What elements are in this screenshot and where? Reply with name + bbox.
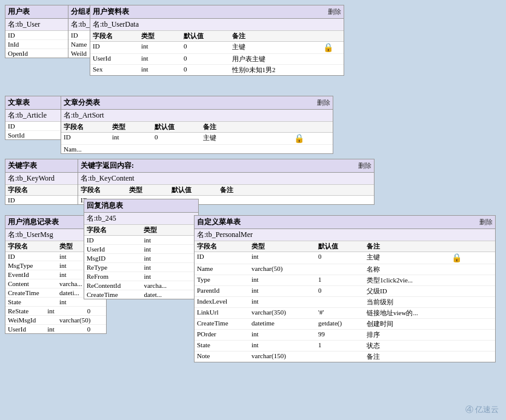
table-row: Nam...: [61, 145, 333, 153]
table-row: ID int 0 主键 🔒: [61, 133, 333, 145]
col-header-field: 字段名: [196, 242, 250, 251]
keyword-table-subname: 名:tb_KeyWord: [5, 173, 78, 185]
keyword-col-headers: 字段名: [5, 185, 78, 196]
table-row: Name varchar(50) 名称: [195, 264, 495, 275]
reply-table: 回复消息表 名:tb_245 字段名 类型 IDint UserIdint Ms…: [84, 199, 199, 299]
col-header-default: 默认值: [182, 32, 231, 41]
keyword-table-header: 关键字表: [5, 159, 78, 173]
col-header-type: 类型: [111, 122, 153, 132]
col-header-default: 默认值: [317, 242, 365, 251]
table-row: Type int 1 类型1click2vie...: [195, 275, 495, 286]
col-header-type: 类型: [128, 185, 170, 195]
artsort-table: 文章分类表 删除 名:tb_ArtSort 字段名 类型 默认值 备注 ID i…: [61, 96, 333, 154]
table-row: InId: [5, 40, 77, 49]
table-row: CreateTimedatet...: [84, 290, 198, 299]
personalmenu-col-headers: 字段名 类型 默认值 备注: [195, 241, 495, 252]
table-row: ID: [5, 196, 78, 204]
userdata-table: 用户资料表 删除 名:tb_UserData 字段名 类型 默认值 备注 ID …: [90, 5, 344, 76]
userdata-table-header: 用户资料表 删除: [90, 5, 344, 19]
table-row: IDint: [84, 236, 198, 245]
watermark: ④ 亿速云: [465, 404, 499, 415]
table-row: Note varchar(150) 备注: [195, 352, 495, 362]
keycontent-table-header: 关键字返回内容: 删除: [78, 159, 374, 173]
artsort-delete-button[interactable]: 删除: [317, 98, 330, 107]
table-row: ID int 0 主键 🔒: [90, 42, 344, 54]
artsort-table-subname: 名:tb_ArtSort: [61, 110, 333, 122]
personalmenu-table-title: 自定义菜单表: [197, 217, 241, 227]
col-header-type: 类型: [140, 32, 182, 41]
table-row: ID int 0 主键 🔒: [195, 252, 495, 264]
col-header-note: 备注: [365, 242, 462, 251]
col-header-note: 备注: [219, 185, 316, 195]
col-header-field: 字段名: [79, 185, 128, 195]
keycontent-table-title: 关键字返回内容:: [81, 161, 134, 171]
reply-table-subname: 名:tb_245: [84, 213, 198, 225]
table-row: ParentId int 0 父级ID: [195, 286, 495, 297]
col-header-icon: [322, 32, 334, 41]
table-row: POrder int 99 排序: [195, 330, 495, 341]
user-table: 用户表 名:tb_User ID InId OpenId: [5, 5, 78, 58]
userdata-delete-button[interactable]: 删除: [328, 7, 341, 16]
reply-table-title: 回复消息表: [87, 201, 123, 211]
artsort-table-title: 文章分类表: [64, 98, 100, 108]
col-header-note: 备注: [202, 122, 299, 132]
keyword-table-title: 关键字表: [8, 161, 37, 171]
article-table-title: 文章表: [8, 98, 30, 108]
user-table-subname: 名:tb_User: [5, 19, 77, 31]
table-row: Sex int 0 性别0未知1男2: [90, 65, 344, 75]
col-header-note: 备注: [231, 32, 322, 41]
keycontent-col-headers: 字段名 类型 默认值 备注: [78, 185, 374, 196]
col-header-field: 字段名: [85, 225, 142, 235]
userdata-table-subname: 名:tb_UserData: [90, 19, 344, 31]
col-header-field: 字段名: [62, 122, 111, 132]
table-row: OpenId: [5, 49, 77, 58]
col-header-type: 类型: [142, 225, 197, 235]
keycontent-delete-button[interactable]: 删除: [358, 161, 371, 170]
user-table-header: 用户表: [5, 5, 77, 19]
userdata-col-headers: 字段名 类型 默认值 备注: [90, 31, 344, 42]
artsort-col-headers: 字段名 类型 默认值 备注: [61, 122, 333, 133]
artsort-table-header: 文章分类表 删除: [61, 96, 333, 110]
col-header-type: 类型: [250, 242, 317, 251]
userdata-table-title: 用户资料表: [93, 7, 129, 17]
col-header-default: 默认值: [153, 122, 202, 132]
keycontent-table-subname: 名:tb_KeyContent: [78, 173, 374, 185]
table-row: IndexLevel int 当前级别: [195, 297, 495, 308]
table-row: ReContentIdvarcha...: [84, 281, 198, 290]
user-table-title: 用户表: [8, 7, 30, 17]
col-header-field: 字段名: [92, 32, 140, 41]
table-row: ID: [5, 31, 77, 40]
table-row: LinkUrl varchar(350) '#' 链接地址view的...: [195, 308, 495, 319]
table-row: ReFromint: [84, 272, 198, 281]
table-row: MsgIDint: [84, 254, 198, 263]
table-row: WeiMsgIdvarchar(50): [5, 316, 106, 325]
usermsg-table-title: 用户消息记录表: [8, 217, 59, 227]
keycontent-table: 关键字返回内容: 删除 名:tb_KeyContent 字段名 类型 默认值 备…: [78, 159, 375, 205]
personalmenu-table-header: 自定义菜单表 删除: [195, 216, 495, 229]
table-row: ReTypeint: [84, 263, 198, 272]
col-header-field: 字段名: [7, 242, 58, 251]
reply-col-headers: 字段名 类型: [84, 225, 198, 236]
personalmenu-table-subname: 名:tb_PersonalMer: [195, 229, 495, 241]
table-row: UserIdint: [84, 245, 198, 254]
table-row: State int 1 状态: [195, 341, 495, 352]
table-row: UserIdint0: [5, 325, 106, 333]
reply-table-header: 回复消息表: [84, 199, 198, 213]
keyword-table: 关键字表 名:tb_KeyWord 字段名 ID: [5, 159, 79, 205]
table-row: ReStateint0: [5, 307, 106, 316]
table-row: CreateTime datetime getdate() 创建时间: [195, 319, 495, 330]
personalmenu-table: 自定义菜单表 删除 名:tb_PersonalMer 字段名 类型 默认值 备注…: [194, 215, 496, 362]
personalmenu-delete-button[interactable]: 删除: [479, 218, 493, 227]
col-header-default: 默认值: [170, 185, 219, 195]
col-header-field: 字段名: [7, 185, 77, 195]
table-row: UserId int 0 用户表主键: [90, 54, 344, 65]
